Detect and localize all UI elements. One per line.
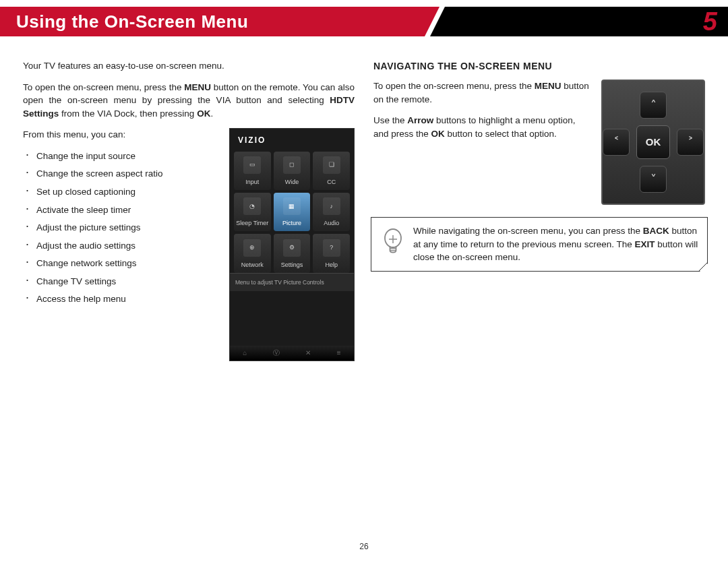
arrow-up-icon: ˄	[640, 92, 667, 119]
tv-bottom-home-icon: ⌂	[243, 348, 247, 358]
tv-bottom-v-icon: Ⓥ	[273, 348, 280, 358]
list-item: Adjust the audio settings	[36, 239, 218, 253]
list-item: Change the screen aspect ratio	[36, 167, 218, 181]
network-icon: ⊕	[243, 239, 261, 257]
intro-text: Your TV features an easy-to-use on-scree…	[23, 59, 355, 73]
sleep-icon: ◔	[243, 197, 261, 215]
tip-callout: While navigating the on-screen menu, you…	[371, 217, 708, 272]
list-item: Change network settings	[36, 257, 218, 270]
bullet-section: From this menu, you can: Change the inpu…	[23, 128, 218, 361]
page-number: 26	[0, 542, 728, 551]
menu-tile-network: ⊕Network	[234, 234, 271, 272]
from-this-text: From this menu, you can:	[23, 128, 218, 142]
menu-tile-settings: ⚙Settings	[274, 234, 311, 272]
tv-menu-screenshot: VIZIO ▭Input ◻Wide ❏CC ◔Sleep Timer ▦Pic…	[229, 128, 355, 361]
list-item: Adjust the picture settings	[36, 221, 218, 235]
arrow-right-icon: ˃	[677, 129, 704, 156]
nav-p2: Use the Arrow buttons to highlight a men…	[373, 114, 592, 140]
nav-p1: To open the on-screen menu, press the ME…	[373, 80, 592, 106]
tv-bottom-close-icon: ✕	[305, 348, 311, 358]
arrow-down-icon: ˅	[640, 166, 667, 193]
header-black-bar	[445, 7, 728, 36]
menu-tile-audio: ♪Audio	[313, 193, 350, 231]
menu-tile-input: ▭Input	[234, 152, 271, 190]
arrow-left-icon: ˂	[603, 129, 630, 156]
menu-tile-wide: ◻Wide	[274, 152, 311, 190]
list-item: Change the input source	[36, 150, 218, 163]
cc-icon: ❏	[323, 156, 340, 174]
right-column: NAVIGATING THE ON-SCREEN MENU To open th…	[373, 59, 705, 361]
chapter-header: Using the On-Screen Menu 5	[0, 7, 728, 36]
list-item: Access the help menu	[36, 292, 218, 306]
ok-button-icon: OK	[636, 125, 670, 159]
remote-dpad-image: ˄ ˅ ˂ ˃ OK	[601, 80, 705, 205]
tip-text: While navigating the on-screen menu, you…	[413, 224, 699, 264]
chapter-title: Using the On-Screen Menu	[16, 11, 248, 32]
header-red-bar: Using the On-Screen Menu	[0, 7, 425, 36]
list-item: Change TV settings	[36, 275, 218, 288]
wide-icon: ◻	[283, 156, 301, 174]
tv-caption-bar: Menu to adjust TV Picture Controls	[230, 273, 354, 291]
tv-brand-logo: VIZIO	[230, 129, 354, 151]
menu-tile-help: ?Help	[313, 234, 350, 272]
settings-icon: ⚙	[283, 239, 301, 257]
list-item: Set up closed captioning	[36, 185, 218, 199]
menu-tile-cc: ❏CC	[313, 152, 350, 190]
input-icon: ▭	[243, 156, 261, 174]
section-heading: NAVIGATING THE ON-SCREEN MENU	[373, 59, 705, 73]
tv-bottom-bar: ⌂ Ⓥ ✕ ≡	[230, 346, 354, 361]
audio-icon: ♪	[323, 197, 340, 215]
help-icon: ?	[323, 239, 340, 257]
list-item: Activate the sleep timer	[36, 204, 218, 217]
open-instruction: To open the on-screen menu, press the ME…	[23, 81, 355, 121]
left-column: Your TV features an easy-to-use on-scree…	[23, 59, 355, 361]
lightbulb-icon	[380, 227, 406, 259]
menu-tile-sleep: ◔Sleep Timer	[234, 193, 271, 231]
menu-tile-picture: ▦Picture	[274, 193, 311, 231]
tv-bottom-more-icon: ≡	[337, 348, 341, 358]
chapter-number: 5	[703, 7, 717, 36]
picture-icon: ▦	[283, 197, 301, 215]
